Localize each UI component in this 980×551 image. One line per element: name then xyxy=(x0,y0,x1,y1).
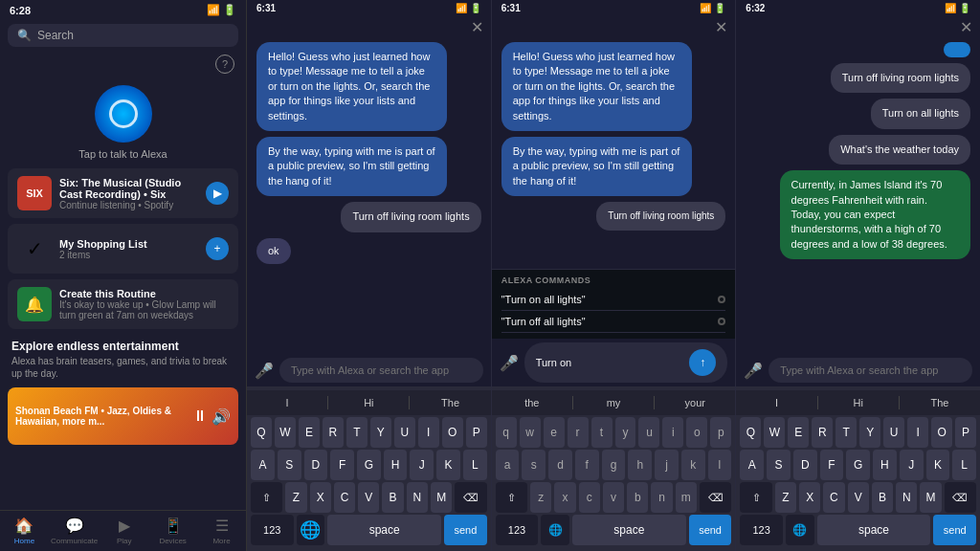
key-w-2[interactable]: w xyxy=(520,417,541,448)
key-o-1[interactable]: O xyxy=(442,417,463,448)
key-a-2[interactable]: a xyxy=(496,450,520,480)
key-123-1[interactable]: 123 xyxy=(251,515,294,545)
suggestion-The-1[interactable]: The xyxy=(417,394,482,411)
sug-The-3[interactable]: The xyxy=(907,394,972,411)
suggestion-Hi-1[interactable]: Hi xyxy=(336,394,401,411)
key-n-1[interactable]: N xyxy=(407,482,428,513)
key-l-1[interactable]: L xyxy=(463,450,487,480)
key-l-3[interactable]: L xyxy=(952,450,976,480)
key-v-2[interactable]: v xyxy=(603,482,624,513)
help-icon[interactable]: ? xyxy=(215,55,234,74)
mic-button-1[interactable]: 🎤 xyxy=(255,362,274,380)
key-m-3[interactable]: M xyxy=(920,482,941,513)
key-k-3[interactable]: K xyxy=(926,450,950,480)
nav-home[interactable]: 🏠 Home xyxy=(0,511,49,551)
key-t-3[interactable]: T xyxy=(835,417,857,448)
sug-your-2[interactable]: your xyxy=(662,394,727,411)
key-w-1[interactable]: W xyxy=(275,417,296,448)
key-e-3[interactable]: E xyxy=(788,417,809,448)
key-globe-2[interactable]: 🌐 xyxy=(541,515,569,545)
shopping-add-button[interactable]: + xyxy=(206,237,229,260)
key-p-2[interactable]: p xyxy=(710,417,731,448)
key-globe-1[interactable]: 🌐 xyxy=(297,515,325,545)
key-c-3[interactable]: C xyxy=(823,482,844,513)
alexa-logo[interactable] xyxy=(95,85,152,143)
key-n-3[interactable]: N xyxy=(896,482,917,513)
key-j-3[interactable]: J xyxy=(900,450,924,480)
key-q-1[interactable]: Q xyxy=(251,417,272,448)
play-button[interactable]: ▶ xyxy=(206,182,229,205)
volume-icon[interactable]: 🔊 xyxy=(212,408,231,426)
key-z-2[interactable]: z xyxy=(530,482,551,513)
mic-button-2[interactable]: 🎤 xyxy=(500,354,519,372)
key-space-1[interactable]: space xyxy=(327,515,441,545)
key-c-2[interactable]: c xyxy=(579,482,600,513)
key-e-2[interactable]: e xyxy=(544,417,565,448)
key-shift-1[interactable]: ⇧ xyxy=(251,482,282,513)
command-item-2[interactable]: "Turn off all lights" xyxy=(501,311,726,333)
key-y-3[interactable]: Y xyxy=(859,417,880,448)
nav-communicate[interactable]: 💬 Communicate xyxy=(49,511,100,551)
nav-more[interactable]: ☰ More xyxy=(197,511,246,551)
key-o-3[interactable]: O xyxy=(931,417,952,448)
key-h-3[interactable]: H xyxy=(873,450,897,480)
nav-play[interactable]: ▶ Play xyxy=(100,511,148,551)
key-g-2[interactable]: g xyxy=(602,450,626,480)
sug-Hi-3[interactable]: Hi xyxy=(826,394,891,411)
shopping-card[interactable]: ✓ My Shopping List 2 items + xyxy=(8,224,238,274)
chat-input-field-1[interactable] xyxy=(279,358,483,383)
key-h-2[interactable]: h xyxy=(628,450,652,480)
key-space-2[interactable]: space xyxy=(572,515,686,545)
key-shift-2[interactable]: ⇧ xyxy=(496,482,527,513)
music-banner[interactable]: Shonan Beach FM • Jazz, Oldies & Hawaiia… xyxy=(8,387,238,445)
search-bar[interactable]: 🔍 Search xyxy=(8,24,238,47)
key-send-2[interactable]: send xyxy=(689,515,732,545)
key-delete-1[interactable]: ⌫ xyxy=(455,482,486,513)
key-s-1[interactable]: S xyxy=(278,450,301,480)
key-q-2[interactable]: q xyxy=(496,417,517,448)
key-y-2[interactable]: y xyxy=(615,417,636,448)
key-send-1[interactable]: send xyxy=(444,515,487,545)
sug-the-2[interactable]: the xyxy=(500,394,565,411)
key-u-3[interactable]: U xyxy=(883,417,904,448)
key-r-3[interactable]: R xyxy=(812,417,833,448)
key-z-1[interactable]: Z xyxy=(285,482,306,513)
key-p-1[interactable]: P xyxy=(466,417,487,448)
key-m-1[interactable]: M xyxy=(431,482,452,513)
music-card[interactable]: SIX Six: The Musical (Studio Cast Record… xyxy=(8,168,238,218)
chat-input-filled[interactable]: Turn on ↑ xyxy=(524,342,728,383)
key-b-2[interactable]: b xyxy=(627,482,648,513)
key-o-2[interactable]: o xyxy=(686,417,707,448)
key-shift-3[interactable]: ⇧ xyxy=(740,482,771,513)
key-send-3[interactable]: send xyxy=(933,515,976,545)
key-w-3[interactable]: W xyxy=(764,417,785,448)
key-k-2[interactable]: k xyxy=(681,450,705,480)
key-globe-3[interactable]: 🌐 xyxy=(786,515,814,545)
key-d-1[interactable]: D xyxy=(304,450,328,480)
key-i-2[interactable]: i xyxy=(662,417,683,448)
key-f-2[interactable]: f xyxy=(575,450,599,480)
key-l-2[interactable]: l xyxy=(708,450,732,480)
key-d-3[interactable]: D xyxy=(793,450,817,480)
close-button-1[interactable]: ✕ xyxy=(471,18,483,36)
key-123-2[interactable]: 123 xyxy=(496,515,539,545)
key-k-1[interactable]: K xyxy=(436,450,460,480)
key-f-1[interactable]: F xyxy=(330,450,354,480)
key-e-1[interactable]: E xyxy=(299,417,320,448)
key-v-1[interactable]: V xyxy=(358,482,379,513)
key-b-1[interactable]: B xyxy=(382,482,403,513)
key-g-3[interactable]: G xyxy=(846,450,870,480)
mic-button-3[interactable]: 🎤 xyxy=(744,362,763,380)
key-a-3[interactable]: A xyxy=(740,450,764,480)
key-g-1[interactable]: G xyxy=(357,450,381,480)
key-x-3[interactable]: X xyxy=(799,482,820,513)
nav-devices[interactable]: 📱 Devices xyxy=(148,511,197,551)
key-x-1[interactable]: X xyxy=(310,482,331,513)
key-r-2[interactable]: r xyxy=(568,417,589,448)
key-f-3[interactable]: F xyxy=(820,450,844,480)
key-p-3[interactable]: P xyxy=(955,417,976,448)
key-b-3[interactable]: B xyxy=(872,482,893,513)
key-u-2[interactable]: u xyxy=(638,417,659,448)
key-a-1[interactable]: A xyxy=(251,450,275,480)
key-c-1[interactable]: C xyxy=(334,482,355,513)
